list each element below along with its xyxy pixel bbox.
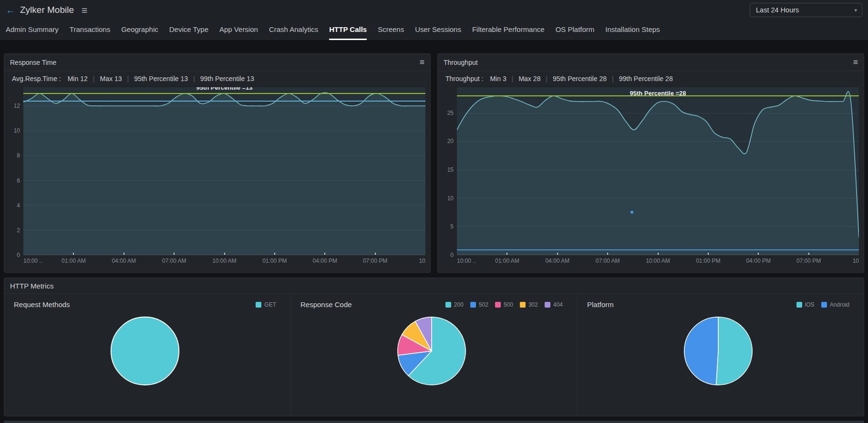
legend-label: 500: [504, 301, 513, 308]
legend-item-get[interactable]: GET: [256, 301, 276, 308]
time-range-value: Last 24 Hours: [756, 6, 799, 14]
response-code-pie[interactable]: [300, 315, 563, 387]
panel-menu-icon[interactable]: ≡: [853, 58, 858, 66]
response-time-plot[interactable]: 95th Percentile =13: [23, 87, 425, 255]
stat-value: 28: [533, 75, 541, 83]
throughput-series: [457, 87, 859, 255]
percentile-annotation: 95th Percentile =28: [630, 90, 686, 97]
platform-legend: iOSAndroid: [796, 301, 849, 308]
stat-value: 13: [114, 75, 122, 83]
legend-item-502[interactable]: 502: [470, 301, 488, 308]
legend-item-500[interactable]: 500: [495, 301, 513, 308]
pie-slice-android[interactable]: [684, 317, 718, 385]
panel-title: Throughput: [444, 59, 478, 66]
tab-crash-analytics[interactable]: Crash Analytics: [269, 25, 318, 40]
stat-label: Max: [518, 75, 531, 83]
hamburger-menu-icon[interactable]: ≡: [82, 5, 87, 15]
tab-transactions[interactable]: Transactions: [70, 25, 110, 40]
stat-max: Max13: [100, 75, 122, 83]
tab-device-type[interactable]: Device Type: [169, 25, 208, 40]
throughput-plot[interactable]: 95th Percentile =28: [457, 87, 859, 255]
response-time-chart: 02468101295th Percentile =1310:00 ..01:0…: [4, 86, 430, 265]
x-tick-mark: [124, 253, 124, 255]
request-methods-title: Request Methods: [14, 300, 70, 309]
stat-label: 99th Percentile: [200, 75, 245, 83]
platform-column: Platform iOSAndroid: [577, 294, 864, 416]
request-methods-pie-svg: [109, 315, 181, 387]
stats-separator: |: [127, 75, 129, 83]
x-tick-mark: [324, 253, 325, 255]
axis-corner: [5, 255, 23, 265]
y-tick-label: 2: [17, 227, 20, 234]
legend-item-ios[interactable]: iOS: [796, 301, 815, 308]
throughput-chart: 051015202595th Percentile =2810:00 ..01:…: [438, 86, 864, 265]
http-metrics-header: HTTP Metrics: [4, 278, 864, 294]
x-tick-mark: [506, 253, 507, 255]
legend-label: Android: [830, 301, 849, 308]
stat-99th-percentile: 99th Percentile28: [619, 75, 673, 83]
tab-geographic[interactable]: Geographic: [121, 25, 158, 40]
tab-os-platform[interactable]: OS Platform: [556, 25, 595, 40]
y-tick-label: 0: [450, 252, 454, 258]
legend-item-200[interactable]: 200: [445, 301, 464, 308]
x-tick-mark: [73, 253, 74, 255]
flat-reference-line: [457, 249, 859, 250]
stat-min: Min3: [490, 75, 506, 83]
tab-screens[interactable]: Screens: [378, 25, 404, 40]
legend-label: 502: [479, 301, 488, 308]
back-arrow-icon[interactable]: ←: [6, 5, 15, 16]
x-axis: 10:00 ..01:00 AM04:00 AM07:00 AM10:00 AM…: [457, 255, 859, 265]
platform-pie[interactable]: [587, 315, 849, 387]
y-axis: 024681012: [5, 87, 23, 255]
x-tick-label: 07:00 PM: [796, 258, 821, 264]
tab-admin-summary[interactable]: Admin Summary: [6, 25, 59, 40]
legend-swatch: [520, 302, 526, 308]
stat-label: 99th Percentile: [619, 75, 663, 83]
tab-filterable-performance[interactable]: Filterable Performance: [472, 25, 545, 40]
stat-95th-percentile: 95th Percentile13: [134, 75, 188, 83]
horizontal-scrollbar[interactable]: [4, 421, 864, 423]
panel-menu-icon[interactable]: ≡: [420, 58, 424, 66]
request-methods-legend: GET: [256, 301, 276, 308]
legend-label: 404: [553, 301, 563, 308]
stat-95th-percentile: 95th Percentile28: [553, 75, 607, 83]
x-tick-label: 01:00 PM: [262, 258, 287, 264]
pie-slice-get[interactable]: [111, 317, 179, 385]
stat-value: 13: [247, 75, 254, 83]
x-tick-label: 04:00 PM: [746, 258, 771, 264]
stat-label: 95th Percentile: [134, 75, 178, 83]
x-tick-label: 07:00 AM: [162, 258, 186, 264]
x-tick-mark: [557, 253, 558, 255]
x-tick-mark: [375, 253, 376, 255]
tab-user-sessions[interactable]: User Sessions: [415, 25, 461, 40]
x-tick-mark: [808, 253, 809, 255]
y-tick-label: 8: [17, 152, 20, 159]
tab-http-calls[interactable]: HTTP Calls: [329, 25, 367, 40]
legend-label: iOS: [805, 301, 815, 308]
y-tick-label: 15: [447, 166, 454, 173]
x-tick-mark: [758, 253, 759, 255]
stats-separator: |: [546, 75, 548, 83]
legend-item-android[interactable]: Android: [821, 301, 849, 308]
x-tick-label: 10:00 ..: [23, 258, 42, 264]
legend-item-302[interactable]: 302: [520, 301, 538, 308]
x-tick-mark: [658, 253, 659, 255]
stat-label: 95th Percentile: [553, 75, 597, 83]
legend-item-404[interactable]: 404: [545, 301, 563, 308]
time-range-dropdown[interactable]: Last 24 Hours ▾: [750, 3, 862, 17]
legend-swatch: [796, 302, 802, 308]
tab-installation-steps[interactable]: Installation Steps: [605, 25, 660, 40]
pie-slice-ios[interactable]: [716, 317, 753, 385]
x-tick-mark: [708, 253, 709, 255]
http-metrics-panel: HTTP Metrics Request Methods GET Respons…: [4, 278, 864, 416]
request-methods-pie[interactable]: [14, 315, 276, 387]
x-tick-label: 10: [419, 258, 425, 264]
axis-corner: [439, 255, 457, 265]
x-tick-mark: [607, 253, 608, 255]
legend-label: 200: [454, 301, 464, 308]
stat-min: Min12: [68, 75, 88, 83]
tab-app-version[interactable]: App Version: [219, 25, 258, 40]
stats-separator: |: [93, 75, 95, 83]
legend-swatch: [256, 302, 261, 308]
stat-value: 13: [181, 75, 188, 83]
